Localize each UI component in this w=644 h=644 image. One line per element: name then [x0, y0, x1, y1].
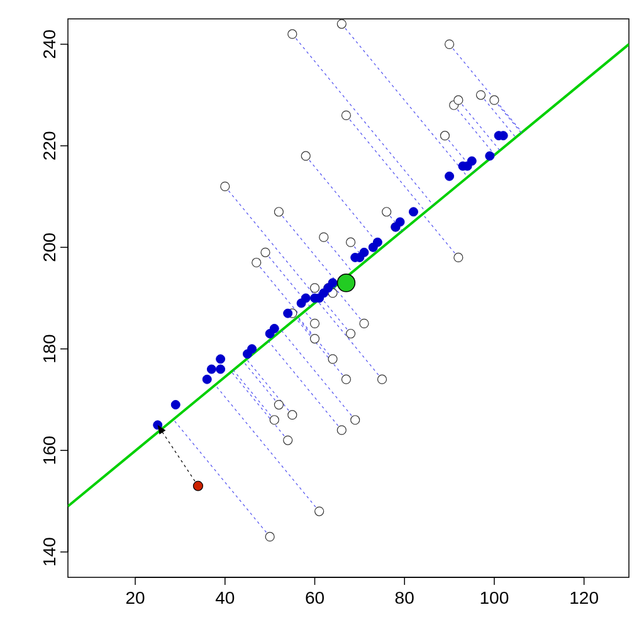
projection-segment — [334, 287, 364, 323]
data-point-projected — [203, 375, 211, 384]
data-point-projected — [409, 208, 418, 216]
projection-segment — [269, 341, 341, 430]
data-point-raw — [310, 335, 319, 343]
data-point-raw — [315, 507, 324, 516]
data-point-raw — [440, 131, 449, 140]
highlight-arrow-segment — [158, 425, 198, 486]
data-point-projected — [270, 324, 279, 333]
data-point-raw — [252, 258, 261, 267]
x-tick-label: 60 — [305, 588, 325, 608]
data-point-projected — [486, 152, 494, 160]
data-point-raw — [360, 319, 369, 328]
data-point-raw — [221, 182, 230, 191]
data-point-projected — [467, 157, 476, 165]
centroid-point — [337, 274, 355, 292]
projection-segment — [494, 100, 521, 133]
data-point-raw — [378, 375, 387, 384]
plot-border — [68, 19, 629, 577]
highlight-raw-point — [193, 481, 203, 491]
projection-segment — [257, 262, 300, 315]
data-point-raw — [288, 30, 297, 38]
x-tick-label: 20 — [125, 588, 145, 608]
data-point-projected — [328, 279, 337, 287]
data-point-raw — [454, 96, 463, 104]
y-tick-label: 180 — [40, 334, 59, 364]
projection-segment — [450, 44, 522, 132]
chart-container: 20406080100120140160180200220240 — [0, 0, 644, 644]
data-point-raw — [328, 355, 337, 364]
data-point-raw — [274, 208, 283, 216]
projection-segment — [306, 156, 381, 248]
data-point-projected — [360, 248, 369, 257]
data-point-projected — [216, 365, 225, 374]
data-point-projected — [248, 345, 257, 353]
data-point-projected — [207, 365, 216, 374]
x-axis: 20406080100120 — [125, 577, 599, 608]
data-point-projected — [373, 238, 382, 247]
data-point-raw — [301, 152, 310, 160]
projection-segment — [423, 214, 458, 257]
data-point-projected — [445, 172, 454, 180]
projection-segment — [279, 212, 338, 284]
projection-segment — [296, 318, 347, 379]
data-point-raw — [454, 253, 463, 262]
y-axis: 140160180200220240 — [40, 30, 68, 567]
data-point-raw — [341, 375, 350, 384]
data-point-raw — [337, 426, 346, 435]
x-tick-label: 100 — [480, 588, 509, 608]
data-point-raw — [445, 40, 454, 48]
x-tick-label: 80 — [395, 588, 414, 608]
projection-segment — [233, 370, 274, 419]
x-tick-label: 120 — [569, 588, 599, 608]
data-point-raw — [265, 532, 274, 541]
data-point-raw — [284, 436, 292, 445]
projection-segment — [346, 115, 425, 211]
data-point-projected — [396, 218, 404, 226]
data-point-raw — [261, 248, 270, 257]
data-point-projected — [171, 401, 180, 409]
data-point-raw — [310, 319, 319, 328]
pca-projection-scatter: 20406080100120140160180200220240 — [0, 0, 644, 644]
y-tick-label: 160 — [40, 436, 59, 465]
y-tick-label: 220 — [40, 131, 59, 160]
data-point-raw — [490, 96, 499, 104]
data-point-raw — [310, 284, 319, 292]
data-point-raw — [382, 208, 391, 216]
data-point-raw — [319, 233, 328, 242]
data-point-projected — [301, 294, 310, 303]
projection-segment — [174, 419, 270, 536]
projection-segment — [321, 297, 351, 333]
y-tick-label: 240 — [40, 30, 59, 59]
projection-segment — [243, 362, 279, 404]
data-point-raw — [274, 401, 283, 409]
data-point-raw — [270, 416, 279, 425]
projection-segment — [215, 385, 319, 511]
data-point-projected — [499, 131, 508, 140]
data-point-projected — [284, 309, 292, 318]
data-point-raw — [351, 416, 360, 425]
data-point-raw — [347, 238, 355, 247]
data-point-raw — [477, 91, 486, 99]
x-tick-label: 40 — [215, 588, 235, 608]
projection-segment — [454, 105, 495, 155]
projection-segment — [318, 301, 382, 379]
data-point-raw — [288, 411, 297, 419]
data-point-raw — [347, 330, 355, 338]
y-tick-label: 140 — [40, 537, 59, 567]
data-point-raw — [341, 111, 350, 119]
data-point-projected — [216, 355, 225, 364]
data-point-raw — [337, 19, 346, 28]
projection-segment — [458, 100, 500, 150]
projection-segment — [292, 34, 433, 205]
y-tick-label: 200 — [40, 233, 59, 262]
projection-segment — [247, 359, 292, 415]
